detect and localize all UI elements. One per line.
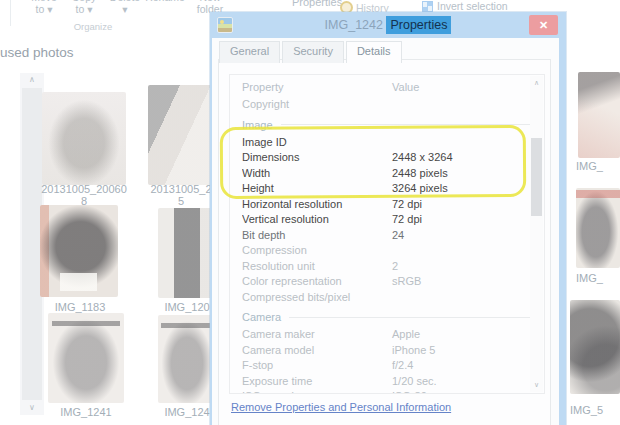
property-row[interactable]: Compressed bits/pixel — [230, 290, 544, 306]
section-divider — [289, 317, 541, 318]
property-value: 2448 x 3264 — [392, 150, 453, 166]
property-name: Exposure time — [242, 374, 392, 390]
property-row[interactable]: Vertical resolution72 dpi — [230, 212, 544, 228]
ribbon-separator — [10, 0, 11, 26]
property-name: Dimensions — [242, 150, 392, 166]
photo-label: 20131005_20060 8 — [38, 183, 130, 207]
property-row[interactable]: F-stopf/2.4 — [230, 358, 544, 374]
photo-thumbnail[interactable] — [158, 315, 216, 403]
property-row[interactable]: Compression — [230, 243, 544, 259]
photo-thumbnail[interactable] — [570, 300, 620, 394]
property-row[interactable]: Image ID — [230, 135, 544, 151]
close-button[interactable]: ✕ — [529, 15, 558, 35]
property-value: ISO-80 — [392, 389, 427, 394]
invert-selection-button[interactable]: Invert selection — [422, 0, 508, 12]
dialog-tabs: General Security Details — [219, 41, 404, 63]
property-value: 1/20 sec. — [392, 374, 437, 390]
scrollbar-thumb[interactable] — [531, 138, 542, 216]
photo-thumbnail[interactable] — [148, 85, 216, 185]
property-name: Vertical resolution — [242, 212, 392, 228]
photo-label: IMG_1183 — [38, 301, 122, 313]
property-row[interactable]: Resolution unit2 — [230, 259, 544, 275]
dialog-body: General Security Details Property Value … — [212, 38, 559, 425]
property-row[interactable]: Height3264 pixels — [230, 181, 544, 197]
tab-details[interactable]: Details — [346, 41, 402, 63]
delete-dropdown-arrow-icon: ▾ — [104, 3, 146, 15]
column-header-property: Property — [242, 81, 392, 93]
photo-thumbnail[interactable] — [158, 208, 216, 298]
section-label: Camera — [242, 311, 281, 323]
property-name: ISO speed — [242, 389, 392, 394]
property-row[interactable]: Color representationsRGB — [230, 274, 544, 290]
remove-properties-link[interactable]: Remove Properties and Personal Informati… — [231, 401, 451, 413]
details-tab-panel: Property Value CopyrightImageImage IDDim… — [218, 59, 551, 425]
property-row[interactable]: ISO speedISO-80 — [230, 389, 544, 394]
property-value: 3264 pixels — [392, 181, 448, 197]
scroll-up-icon[interactable]: ∧ — [530, 78, 543, 88]
scroll-down-icon[interactable]: ∨ — [530, 380, 543, 390]
property-name: Camera model — [242, 343, 392, 359]
dialog-title-highlighted: Properties — [386, 16, 451, 34]
property-row[interactable]: Exposure time1/20 sec. — [230, 374, 544, 390]
property-name: Compression — [242, 243, 392, 259]
photo-thumbnail[interactable] — [578, 72, 620, 158]
photo-label: IMG_5 — [570, 404, 620, 416]
property-list-scrollbar[interactable]: ∧ ∨ — [530, 76, 543, 392]
delete-button[interactable]: Delete ▾ — [104, 0, 146, 15]
property-name: Compressed bits/pixel — [242, 290, 392, 306]
move-to-label-line2: to ▾ — [24, 3, 64, 15]
rename-label: Rename — [142, 0, 188, 3]
copy-to-button[interactable]: Copy to ▾ — [64, 0, 104, 15]
scroll-down-icon[interactable]: ∨ — [20, 402, 44, 414]
section-header-camera: Camera — [230, 310, 544, 324]
photo-label: IMG_124 — [156, 406, 218, 418]
photo-label: IMG_120 — [156, 301, 218, 313]
property-value: 2448 pixels — [392, 166, 448, 182]
photo-thumbnail[interactable] — [48, 313, 124, 403]
image-file-icon — [217, 17, 233, 33]
property-row[interactable]: Width2448 pixels — [230, 166, 544, 182]
property-value: 24 — [392, 228, 404, 244]
property-value: Apple — [392, 327, 420, 343]
property-row[interactable]: Camera modeliPhone 5 — [230, 343, 544, 359]
rename-button[interactable]: Rename — [142, 0, 188, 3]
properties-ribbon-button[interactable]: Properties — [292, 0, 342, 8]
property-list-rows: CopyrightImageImage IDDimensions2448 x 3… — [230, 97, 544, 394]
photo-thumbnail[interactable] — [576, 188, 620, 268]
property-row[interactable]: Copyright — [230, 97, 544, 113]
copy-to-label-line2: to ▾ — [64, 3, 104, 15]
property-list: Property Value CopyrightImageImage IDDim… — [229, 74, 545, 394]
dialog-title: IMG_1242 Properties — [210, 12, 566, 38]
section-divider — [281, 124, 541, 125]
property-value: 72 dpi — [392, 212, 422, 228]
property-name: Copyright — [242, 97, 392, 113]
property-value: 2 — [392, 259, 398, 275]
invert-selection-label: Invert selection — [437, 0, 508, 12]
property-row[interactable]: Horizontal resolution72 dpi — [230, 197, 544, 213]
property-row[interactable]: Bit depth24 — [230, 228, 544, 244]
scrollbar-thumb[interactable] — [22, 88, 42, 400]
property-name: Height — [242, 181, 392, 197]
photo-label: IMG_1241 — [44, 406, 128, 418]
property-name: Image ID — [242, 135, 392, 151]
property-name: Horizontal resolution — [242, 197, 392, 213]
photo-label: IMG_ — [576, 160, 620, 172]
photo-thumbnail[interactable] — [40, 205, 118, 297]
scroll-up-icon[interactable]: ∧ — [20, 74, 44, 86]
photo-label: IMG_ — [576, 272, 620, 284]
tab-general[interactable]: General — [219, 41, 280, 63]
photo-thumbnail[interactable] — [42, 92, 126, 185]
property-value: 72 dpi — [392, 197, 422, 213]
property-row[interactable]: Dimensions2448 x 3264 — [230, 150, 544, 166]
property-value: iPhone 5 — [392, 343, 435, 359]
property-name: Width — [242, 166, 392, 182]
column-header-value: Value — [392, 81, 419, 93]
tab-security[interactable]: Security — [282, 41, 344, 63]
property-row[interactable]: Camera makerApple — [230, 327, 544, 343]
move-to-button[interactable]: Move to ▾ — [24, 0, 64, 15]
property-list-header: Property Value — [230, 75, 544, 97]
organize-group-label: Organize — [58, 21, 128, 32]
properties-dialog: IMG_1242 Properties ✕ General Security D… — [210, 12, 566, 425]
dialog-titlebar[interactable]: IMG_1242 Properties ✕ — [210, 12, 566, 38]
property-name: Bit depth — [242, 228, 392, 244]
